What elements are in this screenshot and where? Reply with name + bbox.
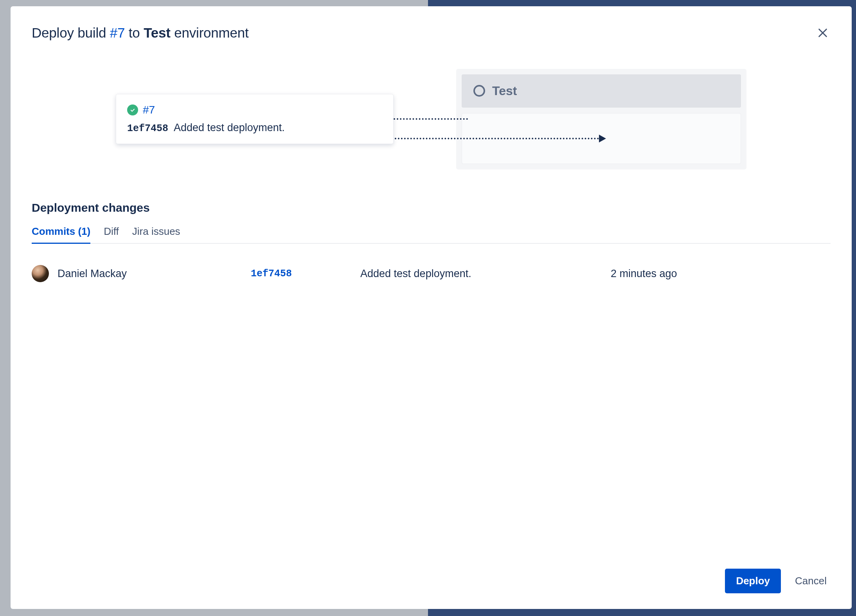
- arrow-head-icon: [599, 135, 606, 142]
- env-placeholder-slot: [462, 113, 741, 164]
- deploy-modal: Deploy build #7 to Test environment #7 1…: [11, 6, 852, 609]
- commit-row: Daniel Mackay 1ef7458 Added test deploym…: [32, 259, 831, 288]
- title-mid: to: [125, 25, 144, 40]
- tab-diff[interactable]: Diff: [104, 225, 119, 243]
- modal-header: Deploy build #7 to Test environment: [32, 25, 831, 41]
- deployment-flow: #7 1ef7458 Added test deployment. Test: [32, 64, 831, 174]
- title-prefix: Deploy build: [32, 25, 110, 40]
- flow-wrap: #7 1ef7458 Added test deployment. Test: [116, 69, 746, 169]
- success-check-icon: [127, 104, 138, 115]
- build-card-header: #7: [127, 104, 382, 116]
- cancel-button[interactable]: Cancel: [791, 569, 831, 593]
- tab-commits[interactable]: Commits (1): [32, 225, 90, 243]
- commit-author-name: Daniel Mackay: [58, 268, 127, 280]
- close-button[interactable]: [815, 25, 831, 41]
- env-name-label: Test: [492, 84, 517, 98]
- build-commit-message: Added test deployment.: [174, 122, 285, 134]
- commit-hash-link[interactable]: 1ef7458: [251, 268, 360, 279]
- commit-author-cell: Daniel Mackay: [32, 265, 251, 282]
- source-build-card: #7 1ef7458 Added test deployment.: [116, 94, 394, 144]
- build-commit-info: 1ef7458 Added test deployment.: [127, 122, 382, 134]
- modal-title: Deploy build #7 to Test environment: [32, 25, 249, 41]
- title-suffix: environment: [171, 25, 249, 40]
- arrow-through-dots: [392, 138, 599, 139]
- close-icon: [816, 27, 829, 39]
- commit-message: Added test deployment.: [360, 268, 611, 280]
- build-number-link[interactable]: #7: [110, 25, 125, 40]
- title-env-name: Test: [144, 25, 171, 40]
- commit-time: 2 minutes ago: [611, 268, 831, 280]
- env-header: Test: [462, 74, 741, 108]
- tab-jira-issues[interactable]: Jira issues: [132, 225, 180, 243]
- env-status-icon: [473, 85, 485, 97]
- changes-tabs: Commits (1) Diff Jira issues: [32, 225, 831, 244]
- deploy-button[interactable]: Deploy: [725, 569, 781, 593]
- arrow-dots: [394, 118, 468, 120]
- avatar: [32, 265, 49, 282]
- changes-heading: Deployment changes: [32, 201, 831, 214]
- flow-arrow: [394, 119, 468, 119]
- build-commit-hash: 1ef7458: [127, 123, 168, 134]
- build-number[interactable]: #7: [143, 104, 155, 116]
- modal-footer: Deploy Cancel: [32, 561, 831, 593]
- commits-list: Daniel Mackay 1ef7458 Added test deploym…: [32, 259, 831, 561]
- target-environment-box: Test: [456, 69, 746, 169]
